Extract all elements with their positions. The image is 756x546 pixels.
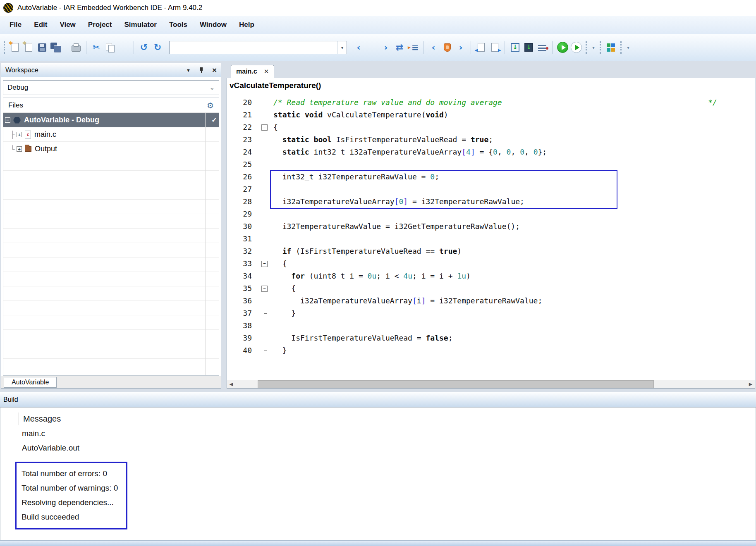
board-configuration-icon[interactable] — [605, 40, 617, 55]
menu-view[interactable]: View — [53, 21, 81, 29]
build-message[interactable]: main.c — [22, 426, 756, 441]
menu-file[interactable]: File — [3, 21, 28, 29]
debug-without-downloading-icon[interactable] — [570, 40, 582, 55]
undo-icon[interactable]: ↺ — [138, 40, 150, 55]
menu-edit[interactable]: Edit — [28, 21, 53, 29]
line-number[interactable]: 38 — [227, 319, 258, 332]
build-message[interactable]: AutoVariable.out — [22, 441, 756, 455]
code-area[interactable]: 20/* Read temperature raw value and do m… — [227, 93, 755, 380]
line-number[interactable]: 35 — [227, 282, 258, 295]
code-line-36[interactable]: 36 i32aTemperatureValueArray[i] = i32Tem… — [227, 295, 755, 307]
code-line-20[interactable]: 20/* Read temperature raw value and do m… — [227, 96, 755, 109]
close-panel-icon[interactable]: × — [212, 66, 217, 74]
code-line-31[interactable]: 31 — [227, 233, 755, 245]
next-bookmark-icon[interactable]: › — [455, 40, 467, 55]
code-line-34[interactable]: 34 for (uint8_t i = 0u; i < 4u; i = i + … — [227, 270, 755, 282]
menu-window[interactable]: Window — [194, 21, 233, 29]
line-number[interactable]: 34 — [227, 270, 258, 282]
code-line-37[interactable]: 37 } — [227, 307, 755, 319]
toggle-bookmark-icon[interactable] — [441, 40, 453, 55]
collapse-arrow-icon[interactable]: ▼ — [186, 68, 191, 73]
navigate-backward-icon[interactable] — [475, 40, 487, 55]
line-number[interactable]: 20 — [227, 96, 258, 109]
menu-help[interactable]: Help — [233, 21, 261, 29]
code-line-27[interactable]: 27 — [227, 183, 755, 196]
line-number[interactable]: 32 — [227, 245, 258, 258]
menu-tools[interactable]: Tools — [163, 21, 194, 29]
menu-project[interactable]: Project — [82, 21, 118, 29]
paste-icon[interactable] — [117, 40, 130, 55]
code-line-24[interactable]: 24 static int32_t i32aTemperatureValueAr… — [227, 146, 755, 158]
horizontal-scrollbar[interactable]: ◀ ▶ — [227, 380, 755, 388]
line-number[interactable]: 24 — [227, 146, 258, 158]
workspace-tab-autovariable[interactable]: AutoVariable — [4, 377, 57, 388]
redo-icon[interactable]: ↻ — [151, 40, 164, 55]
code-line-23[interactable]: 23 static bool IsFirstTemperatureValueRe… — [227, 134, 755, 146]
download-active-application-icon[interactable] — [522, 40, 535, 55]
pin-icon[interactable] — [199, 67, 204, 73]
build-panel-title[interactable]: Build — [0, 392, 756, 407]
print-icon[interactable] — [70, 40, 82, 55]
collapse-node-icon[interactable]: − — [5, 117, 10, 123]
scroll-right-arrow-icon[interactable]: ▶ — [746, 380, 755, 388]
code-line-38[interactable]: 38 — [227, 319, 755, 332]
expand-node-icon[interactable]: + — [17, 132, 22, 137]
code-line-26[interactable]: 26 int32_t i32TemperatureRawValue = 0; — [227, 171, 755, 183]
line-number[interactable]: 29 — [227, 208, 258, 220]
line-number[interactable]: 37 — [227, 307, 258, 319]
code-line-21[interactable]: 21static void vCalculateTemperature(void… — [227, 109, 755, 121]
cut-icon[interactable]: ✂ — [90, 40, 103, 55]
download-icon[interactable] — [509, 40, 521, 55]
code-line-33[interactable]: 33 { — [227, 258, 755, 270]
code-line-32[interactable]: 32 if (IsFirstTemperatureValueRead == tr… — [227, 245, 755, 258]
line-number[interactable]: 36 — [227, 295, 258, 307]
find-in-trace-icon[interactable] — [407, 40, 419, 55]
combo-dropdown-icon[interactable]: ▾ — [337, 41, 347, 54]
download-and-debug-icon[interactable] — [556, 40, 569, 55]
code-line-35[interactable]: 35 { — [227, 282, 755, 295]
navigate-forward-icon[interactable] — [488, 40, 501, 55]
messages-column-header[interactable]: Messages — [19, 412, 66, 425]
settings-gear-icon[interactable]: ⚙ — [207, 101, 214, 110]
code-line-25[interactable]: 25 — [227, 158, 755, 171]
previous-bookmark-icon[interactable]: ‹ — [427, 40, 440, 55]
line-number[interactable]: 27 — [227, 183, 258, 196]
new-document-icon[interactable] — [9, 40, 21, 55]
line-number[interactable]: 23 — [227, 134, 258, 146]
toolbar-overflow-icon[interactable]: ▾ — [625, 40, 631, 55]
fold-marker-icon[interactable] — [258, 258, 270, 270]
copy-icon[interactable] — [104, 40, 116, 55]
fold-marker-icon[interactable] — [258, 121, 270, 134]
fold-marker-icon[interactable] — [258, 282, 270, 295]
line-number[interactable]: 40 — [227, 344, 258, 357]
configuration-selector[interactable]: Debug ⌄ — [3, 80, 219, 95]
toolbar-overflow-icon[interactable]: ▾ — [591, 40, 596, 55]
line-number[interactable]: 26 — [227, 171, 258, 183]
menu-simulator[interactable]: Simulator — [118, 21, 163, 29]
line-number[interactable]: 33 — [227, 258, 258, 270]
code-line-40[interactable]: 40 } — [227, 344, 755, 357]
line-number[interactable]: 31 — [227, 233, 258, 245]
code-line-29[interactable]: 29 — [227, 208, 755, 220]
line-number[interactable]: 30 — [227, 220, 258, 233]
code-line-30[interactable]: 30 i32TemperatureRawValue = i32GetTemper… — [227, 220, 755, 233]
memory-configuration-icon[interactable] — [536, 40, 548, 55]
find-icon[interactable] — [366, 40, 378, 55]
tree-row-main-c[interactable]: ├+main.c — [3, 127, 219, 142]
editor-tab-main-c[interactable]: main.c ✕ — [231, 65, 274, 78]
save-icon[interactable] — [36, 40, 48, 55]
scroll-left-arrow-icon[interactable]: ◀ — [227, 380, 235, 388]
line-number[interactable]: 25 — [227, 158, 258, 171]
tree-row-autovariable-debug[interactable]: −AutoVariable - Debug✓ — [3, 113, 219, 127]
open-document-icon[interactable] — [22, 40, 35, 55]
line-number[interactable]: 28 — [227, 196, 258, 208]
line-number[interactable]: 39 — [227, 332, 258, 344]
find-previous-icon[interactable]: ‹ — [352, 40, 365, 55]
code-line-22[interactable]: 22{ — [227, 121, 755, 134]
tab-close-icon[interactable]: ✕ — [264, 68, 269, 75]
line-number[interactable]: 22 — [227, 121, 258, 134]
tree-row-output[interactable]: └+Output — [3, 142, 219, 156]
find-next-icon[interactable]: › — [380, 40, 392, 55]
code-line-39[interactable]: 39 IsFirstTemperatureValueRead = false; — [227, 332, 755, 344]
search-input[interactable] — [170, 44, 337, 51]
